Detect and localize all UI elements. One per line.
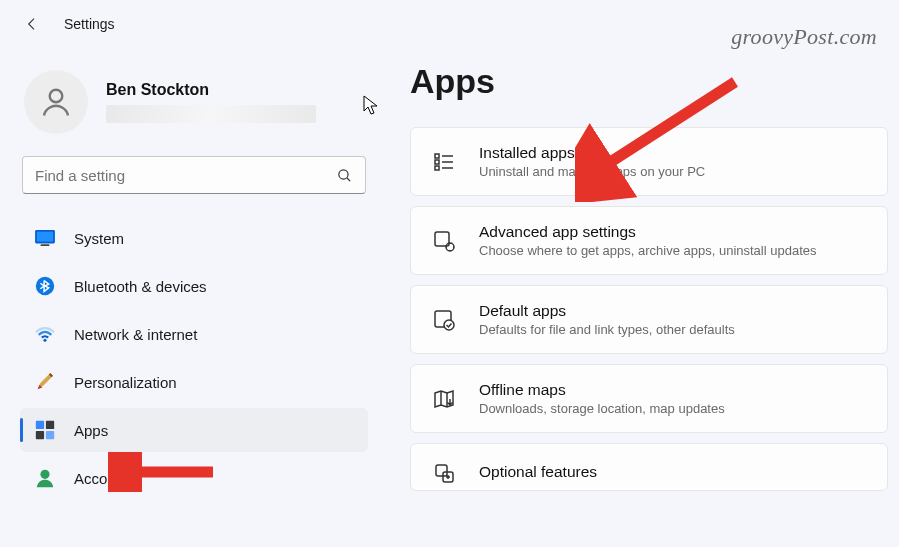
page-title: Apps — [410, 62, 899, 101]
svg-point-18 — [444, 320, 454, 330]
svg-rect-10 — [46, 431, 54, 439]
svg-point-1 — [338, 169, 347, 178]
card-title: Offline maps — [479, 381, 725, 399]
card-subtitle: Choose where to get apps, archive apps, … — [479, 243, 817, 258]
svg-rect-14 — [435, 166, 439, 170]
svg-rect-13 — [435, 160, 439, 164]
svg-point-0 — [50, 90, 63, 103]
sidebar-item-apps[interactable]: Apps — [20, 408, 368, 452]
card-default-apps[interactable]: Default apps Defaults for file and link … — [410, 285, 888, 354]
user-profile[interactable]: Ben Stockton — [20, 56, 368, 156]
svg-rect-3 — [37, 232, 53, 242]
sidebar-item-label: Personalization — [74, 374, 177, 391]
svg-rect-4 — [41, 244, 50, 246]
avatar — [24, 70, 88, 134]
back-button[interactable] — [18, 10, 46, 38]
card-title: Default apps — [479, 302, 735, 320]
paintbrush-icon — [34, 371, 56, 393]
sidebar-item-personalization[interactable]: Personalization — [20, 360, 368, 404]
card-title: Advanced app settings — [479, 223, 817, 241]
monitor-icon — [34, 227, 56, 249]
advanced-settings-icon — [431, 228, 457, 254]
person-icon — [34, 467, 56, 489]
wifi-icon — [34, 323, 56, 345]
card-title: Optional features — [479, 463, 597, 481]
sidebar-item-label: Accounts — [74, 470, 136, 487]
map-icon — [431, 386, 457, 412]
sidebar-item-label: Bluetooth & devices — [74, 278, 207, 295]
svg-rect-7 — [36, 421, 44, 429]
search-box[interactable] — [22, 156, 366, 194]
sidebar-item-system[interactable]: System — [20, 216, 368, 260]
card-offline-maps[interactable]: Offline maps Downloads, storage location… — [410, 364, 888, 433]
watermark-text: groovyPost.com — [731, 24, 877, 50]
sidebar-item-accounts[interactable]: Accounts — [20, 456, 368, 500]
sidebar-item-label: Apps — [74, 422, 108, 439]
profile-email-redacted — [106, 105, 316, 123]
card-installed-apps[interactable]: Installed apps Uninstall and manage apps… — [410, 127, 888, 196]
installed-apps-icon — [431, 149, 457, 175]
sidebar-item-network[interactable]: Network & internet — [20, 312, 368, 356]
default-apps-icon — [431, 307, 457, 333]
bluetooth-icon — [34, 275, 56, 297]
sidebar-item-label: Network & internet — [74, 326, 197, 343]
svg-rect-19 — [436, 465, 447, 476]
svg-point-6 — [43, 339, 46, 342]
sidebar-item-label: System — [74, 230, 124, 247]
sidebar-item-bluetooth[interactable]: Bluetooth & devices — [20, 264, 368, 308]
card-title: Installed apps — [479, 144, 705, 162]
search-icon — [333, 164, 355, 186]
card-advanced-app-settings[interactable]: Advanced app settings Choose where to ge… — [410, 206, 888, 275]
svg-rect-12 — [435, 154, 439, 158]
profile-name: Ben Stockton — [106, 81, 316, 99]
svg-rect-9 — [36, 431, 44, 439]
svg-point-11 — [40, 470, 49, 479]
card-subtitle: Downloads, storage location, map updates — [479, 401, 725, 416]
card-optional-features[interactable]: Optional features — [410, 443, 888, 491]
card-subtitle: Defaults for file and link types, other … — [479, 322, 735, 337]
apps-icon — [34, 419, 56, 441]
svg-point-16 — [446, 243, 454, 251]
window-title: Settings — [64, 16, 115, 32]
search-input[interactable] — [35, 167, 333, 184]
card-subtitle: Uninstall and manage apps on your PC — [479, 164, 705, 179]
svg-rect-8 — [46, 421, 54, 429]
optional-features-icon — [431, 460, 457, 486]
